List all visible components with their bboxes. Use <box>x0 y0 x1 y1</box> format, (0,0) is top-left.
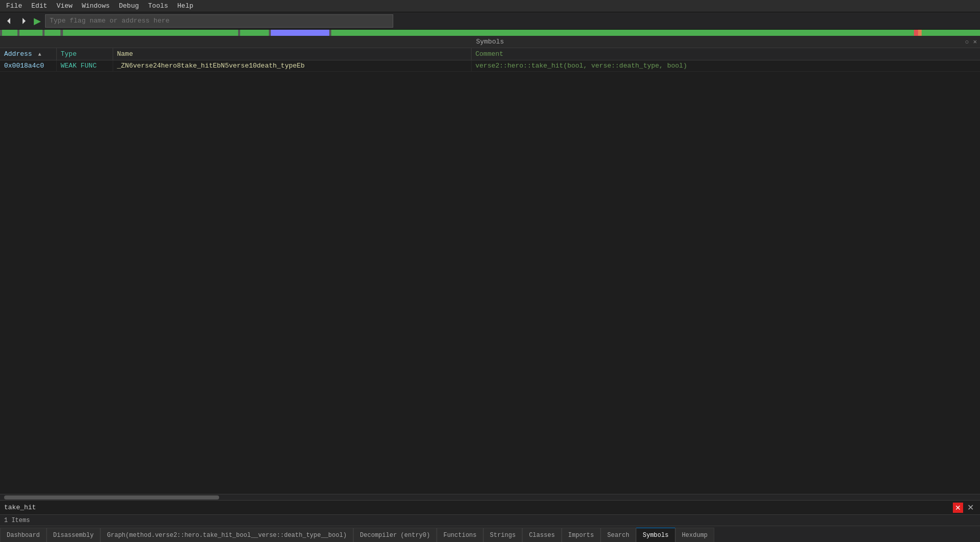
menu-help[interactable]: Help <box>173 1 197 11</box>
segment <box>331 30 914 36</box>
tab-graph-method-verse2--hero-take-hit-bool--verse--death-type--bool-[interactable]: Graph(method.verse2::hero.take_hit_bool_… <box>100 528 353 542</box>
tab-search[interactable]: Search <box>601 528 636 542</box>
sort-arrow-address: ▲ <box>38 52 41 57</box>
tab-functions[interactable]: Functions <box>437 528 483 542</box>
segment <box>914 30 918 36</box>
table-row[interactable]: 0x0018a4c0 WEAK FUNC _ZN6verse24hero8tak… <box>0 60 980 72</box>
tab-hexdump[interactable]: Hexdump <box>675 528 714 542</box>
tab-symbols[interactable]: Symbols <box>636 528 675 542</box>
minimize-button[interactable]: ○ <box>964 38 970 46</box>
symbols-title: Symbols <box>476 38 504 46</box>
close-panel-button[interactable]: × <box>972 38 978 46</box>
tab-disassembly[interactable]: Disassembly <box>47 528 100 542</box>
svg-marker-1 <box>23 18 26 24</box>
menubar: File Edit View Windows Debug Tools Help <box>0 0 980 12</box>
tab-dashboard[interactable]: Dashboard <box>0 528 47 542</box>
svg-marker-0 <box>7 18 10 24</box>
symbols-panel-header: Symbols ○ × <box>0 36 980 48</box>
items-count-label: 1 Items <box>4 517 30 524</box>
close-bottom-button[interactable]: ✕ <box>965 503 976 512</box>
flag-input[interactable] <box>45 14 393 28</box>
segment <box>45 30 60 36</box>
segment <box>240 30 269 36</box>
segment <box>922 30 980 36</box>
items-count-bar: 1 Items <box>0 514 980 526</box>
back-button[interactable] <box>3 16 15 26</box>
bottom-info-bar: take_hit ✕ ✕ <box>0 500 980 514</box>
segment-bar <box>0 30 980 36</box>
tab-decompiler--entry0-[interactable]: Decompiler (entry0) <box>353 528 437 542</box>
tab-classes[interactable]: Classes <box>522 528 561 542</box>
menu-file[interactable]: File <box>2 1 26 11</box>
table-body: 0x0018a4c0 WEAK FUNC _ZN6verse24hero8tak… <box>0 60 980 72</box>
toolbar: ▶ <box>0 12 980 30</box>
menu-tools[interactable]: Tools <box>144 1 172 11</box>
forward-button[interactable] <box>17 16 30 26</box>
symbols-table-container[interactable]: Address ▲ Type Name Comment 0x0018a4c0 W… <box>0 48 980 494</box>
col-header-type[interactable]: Type <box>56 48 113 60</box>
menu-edit[interactable]: Edit <box>27 1 51 11</box>
hscroll-thumb[interactable] <box>4 495 219 500</box>
tab-imports[interactable]: Imports <box>562 528 601 542</box>
table-header-row: Address ▲ Type Name Comment <box>0 48 980 60</box>
segment <box>271 30 329 36</box>
menu-view[interactable]: View <box>52 1 76 11</box>
horizontal-scrollbar[interactable] <box>0 494 980 500</box>
cell-name: _ZN6verse24hero8take_hitEbN5verse10death… <box>113 60 471 72</box>
segment <box>2 30 17 36</box>
forward-icon <box>19 17 28 25</box>
bottom-filename: take_hit <box>4 504 953 511</box>
symbols-table: Address ▲ Type Name Comment 0x0018a4c0 W… <box>0 48 980 72</box>
menu-debug[interactable]: Debug <box>115 1 143 11</box>
col-header-address[interactable]: Address ▲ <box>0 48 56 60</box>
segment <box>19 30 43 36</box>
cell-comment: verse2::hero::take_hit(bool, verse::deat… <box>471 60 980 72</box>
menu-windows[interactable]: Windows <box>78 1 114 11</box>
col-header-comment[interactable]: Comment <box>471 48 980 60</box>
bottom-tabs: DashboardDisassemblyGraph(method.verse2:… <box>0 526 980 542</box>
segment <box>918 30 922 36</box>
close-bottom-red-button[interactable]: ✕ <box>953 503 963 513</box>
cell-type: WEAK FUNC <box>56 60 113 72</box>
col-header-name[interactable]: Name <box>113 48 471 60</box>
run-button[interactable]: ▶ <box>32 14 43 28</box>
segment <box>63 30 238 36</box>
back-icon <box>5 17 13 25</box>
cell-address: 0x0018a4c0 <box>0 60 56 72</box>
tab-strings[interactable]: Strings <box>483 528 522 542</box>
